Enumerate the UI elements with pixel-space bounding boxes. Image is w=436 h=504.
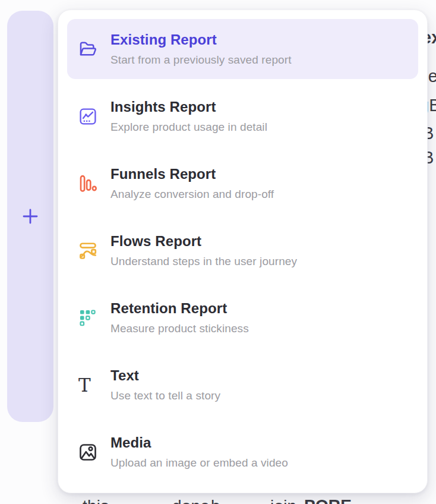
menu-item-retention-report[interactable]: Retention Report Measure product stickin… [67,288,418,348]
flows-icon [78,241,110,260]
menu-item-text[interactable]: T Text Use text to tell a story [67,355,418,415]
plus-icon [21,207,40,226]
menu-item-insights-report[interactable]: Insights Report Explore product usage in… [67,86,418,146]
add-item-button[interactable] [20,206,40,226]
menu-item-subtitle: Use text to tell a story [110,389,220,402]
folder-open-icon [78,40,110,59]
menu-item-subtitle: Measure product stickiness [110,322,249,335]
menu-item-existing-report[interactable]: Existing Report Start from a previously … [67,19,418,79]
menu-item-subtitle: Start from a previously saved report [110,53,292,67]
add-to-board-popover: Existing Report Start from a previously … [58,10,428,493]
text-icon: T [78,376,110,394]
menu-item-title: Media [110,434,288,451]
funnel-bars-icon [78,174,110,193]
menu-item-subtitle: Analyze conversion and drop-off [110,188,274,201]
board-add-rail[interactable] [7,11,53,422]
background-text-fragment: b [211,497,220,504]
media-image-icon [78,443,110,462]
background-text-fragment: PORE [304,496,352,504]
menu-item-subtitle: Explore product usage in detail [110,121,267,134]
menu-item-subtitle: Understand steps in the user journey [110,255,297,268]
insights-chart-icon [78,107,110,126]
menu-item-title: Text [110,367,220,384]
background-text-fragment: join [270,497,296,504]
menu-item-title: Flows Report [110,233,297,250]
background-text-fragment: this [83,497,109,504]
menu-item-title: Insights Report [110,99,267,115]
menu-item-title: Retention Report [110,300,249,317]
menu-item-flows-report[interactable]: Flows Report Understand steps in the use… [67,220,418,281]
menu-item-funnels-report[interactable]: Funnels Report Analyze conversion and dr… [67,153,418,213]
menu-item-media[interactable]: Media Upload an image or embed a video [67,422,418,482]
menu-item-title: Existing Report [110,32,292,48]
retention-grid-icon [78,308,110,327]
menu-item-subtitle: Upload an image or embed a video [110,456,288,470]
background-text-fragment: done [172,497,210,504]
menu-item-title: Funnels Report [110,166,274,182]
